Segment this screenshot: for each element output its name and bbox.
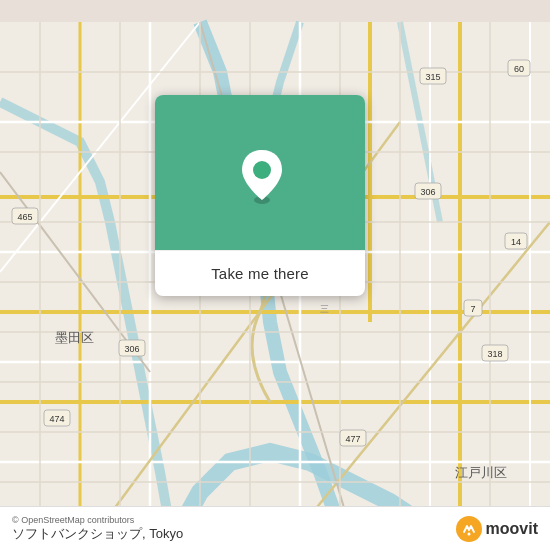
svg-text:306: 306 — [124, 344, 139, 354]
svg-text:60: 60 — [514, 64, 524, 74]
moovit-logo: moovit — [456, 516, 538, 542]
location-card: Take me there — [155, 95, 365, 296]
moovit-brand-text: moovit — [486, 520, 538, 538]
svg-text:14: 14 — [511, 237, 521, 247]
svg-point-61 — [467, 532, 470, 535]
svg-text:306: 306 — [420, 187, 435, 197]
copyright-text: © OpenStreetMap contributors — [12, 515, 183, 525]
svg-text:江戸川区: 江戸川区 — [455, 465, 507, 480]
location-name: ソフトバンクショップ, Tokyo — [12, 525, 183, 543]
take-me-there-button[interactable]: Take me there — [211, 265, 309, 282]
svg-text:墨田区: 墨田区 — [55, 330, 94, 345]
svg-text:318: 318 — [487, 349, 502, 359]
svg-text:474: 474 — [49, 414, 64, 424]
svg-text:477: 477 — [345, 434, 360, 444]
svg-text:7: 7 — [470, 304, 475, 314]
bottom-bar: © OpenStreetMap contributors ソフトバンクショップ,… — [0, 506, 550, 550]
card-map-area — [155, 95, 365, 250]
svg-text:465: 465 — [17, 212, 32, 222]
bottom-left-info: © OpenStreetMap contributors ソフトバンクショップ,… — [12, 515, 183, 543]
svg-text:三: 三 — [320, 304, 329, 314]
map-container: 315 306 465 60 14 7 318 477 474 306 墨田区 … — [0, 0, 550, 550]
card-action[interactable]: Take me there — [155, 250, 365, 296]
location-pin-icon — [240, 148, 280, 198]
moovit-icon — [456, 516, 482, 542]
svg-point-59 — [253, 161, 271, 179]
svg-text:315: 315 — [425, 72, 440, 82]
